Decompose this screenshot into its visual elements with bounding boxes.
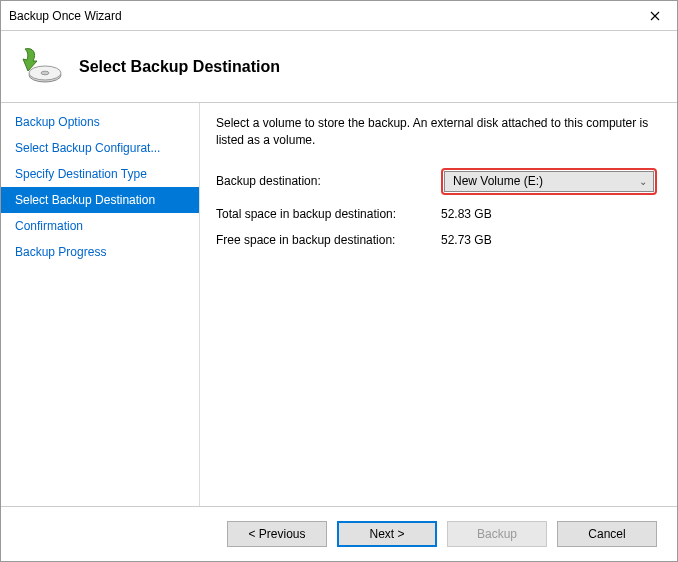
chevron-down-icon: ⌄ — [639, 176, 647, 187]
cancel-button[interactable]: Cancel — [557, 521, 657, 547]
window-title: Backup Once Wizard — [9, 9, 633, 23]
step-select-backup-configuration[interactable]: Select Backup Configurat... — [1, 135, 199, 161]
close-icon — [650, 11, 660, 21]
svg-point-2 — [41, 71, 49, 75]
backup-destination-value: New Volume (E:) — [453, 174, 543, 188]
backup-destination-row: Backup destination: New Volume (E:) ⌄ — [216, 168, 657, 195]
total-space-row: Total space in backup destination: 52.83… — [216, 207, 657, 221]
free-space-label: Free space in backup destination: — [216, 233, 441, 247]
backup-destination-label: Backup destination: — [216, 174, 441, 188]
free-space-value: 52.73 GB — [441, 233, 492, 247]
step-confirmation[interactable]: Confirmation — [1, 213, 199, 239]
backup-button: Backup — [447, 521, 547, 547]
next-button[interactable]: Next > — [337, 521, 437, 547]
total-space-value: 52.83 GB — [441, 207, 492, 221]
close-button[interactable] — [633, 1, 677, 31]
previous-button[interactable]: < Previous — [227, 521, 327, 547]
step-select-backup-destination[interactable]: Select Backup Destination — [1, 187, 199, 213]
free-space-row: Free space in backup destination: 52.73 … — [216, 233, 657, 247]
wizard-window: Backup Once Wizard Select Backup Destina… — [0, 0, 678, 562]
steps-sidebar: Backup Options Select Backup Configurat.… — [1, 103, 200, 506]
step-backup-options[interactable]: Backup Options — [1, 109, 199, 135]
main-panel: Select a volume to store the backup. An … — [200, 103, 677, 506]
wizard-body: Backup Options Select Backup Configurat.… — [1, 103, 677, 506]
backup-destination-select[interactable]: New Volume (E:) ⌄ — [444, 171, 654, 192]
highlight-box: New Volume (E:) ⌄ — [441, 168, 657, 195]
total-space-label: Total space in backup destination: — [216, 207, 441, 221]
backup-disc-icon — [17, 43, 65, 91]
instruction-text: Select a volume to store the backup. An … — [216, 115, 657, 150]
wizard-header: Select Backup Destination — [1, 31, 677, 103]
titlebar: Backup Once Wizard — [1, 1, 677, 31]
wizard-footer: < Previous Next > Backup Cancel — [1, 506, 677, 561]
step-specify-destination-type[interactable]: Specify Destination Type — [1, 161, 199, 187]
step-backup-progress[interactable]: Backup Progress — [1, 239, 199, 265]
page-title: Select Backup Destination — [79, 58, 280, 76]
